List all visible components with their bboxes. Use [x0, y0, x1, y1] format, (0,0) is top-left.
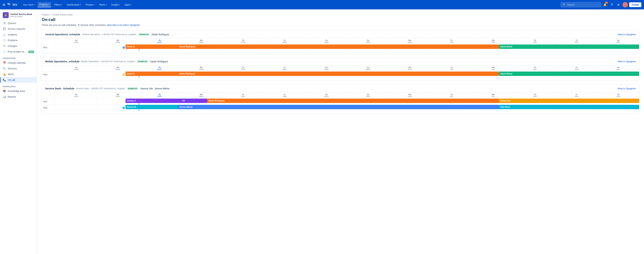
project-header[interactable]: ⚡ Central Service Desk Service project: [0, 10, 37, 20]
sidebar-item-alerts[interactable]: 🔔 Alerts: [0, 72, 37, 77]
chevron-icon: ▾: [48, 4, 50, 6]
calendar-bar[interactable]: Olly Perez: [499, 105, 639, 109]
nav-plans[interactable]: Plans ▾: [98, 2, 108, 7]
enabled-badge: ENABLED: [137, 60, 148, 63]
jira-logo[interactable]: Jira: [7, 3, 17, 7]
view-in-opsgenie-link[interactable]: View in Opsgenie: [618, 87, 636, 90]
calendar-bar[interactable]: Darrel Rossi: [499, 44, 639, 49]
schedule-card-mobile-ops: Mobile Operations_scheduleMobile Operati…: [42, 58, 639, 80]
schedule-oncall-user: Serena Mehta: [154, 87, 170, 90]
view-in-opsgenie-link[interactable]: View in Opsgenie: [618, 60, 636, 63]
calendar-col-9: Tu1/02: [430, 92, 472, 98]
sidebar-item-incidents[interactable]: △ Incidents: [0, 32, 37, 38]
opsgenie-link[interactable]: view who is on-call in Opsgenie: [107, 24, 140, 26]
calendar-bar[interactable]: SV: [181, 98, 207, 103]
nav-apps[interactable]: Apps ▾: [123, 2, 133, 7]
row-label: Rot2: [42, 105, 55, 111]
view-in-opsgenie-link[interactable]: View in Opsgenie: [618, 33, 636, 36]
bar-dot-marker: C: [122, 46, 125, 49]
schedules-container: Central Operations_scheduleCentral Opera…: [42, 30, 639, 114]
schedule-name: Central Operations_schedule: [45, 33, 80, 36]
sidebar-label-service-requests: Service requests: [8, 28, 25, 30]
schedule-name: Service Desk - Schedule: [45, 87, 74, 90]
row-label: Rot1: [42, 72, 55, 78]
calendar-col-4: Th27/01: [222, 65, 264, 72]
calendar-col-13: Sa5/02: [598, 92, 639, 98]
calendar-col-7: Su30/01: [347, 65, 389, 72]
chevron-icon: ▾: [106, 4, 106, 6]
nav-your-work[interactable]: Your work ▾: [21, 2, 36, 7]
calendar-col-13: Sa5/02: [598, 38, 639, 44]
calendar-col-7: Su30/01: [347, 38, 389, 44]
calendar-col-2: Tu25/01: [139, 38, 180, 44]
breadcrumb-projects[interactable]: Projects: [42, 14, 50, 16]
calendar-col-2: Tu25/01: [139, 92, 180, 98]
main-content: Projects / Central Service Desk On-call …: [37, 10, 644, 254]
knowledge-section-label: KNOWLEDGE: [0, 83, 37, 88]
on-call-icon: 📞: [3, 78, 6, 82]
chevron-icon: ▾: [119, 4, 120, 6]
bar-dot-marker: O: [122, 107, 125, 109]
calendar-col-5: Fr28/01: [264, 92, 306, 98]
enabled-badge: ENABLED: [138, 33, 150, 36]
sidebar-label-services: Services: [8, 67, 17, 70]
sidebar-item-on-call[interactable]: 📞 On-call: [0, 77, 37, 83]
calendar-bar[interactable]: Sammy V.: [126, 98, 184, 103]
sidebar-item-services[interactable]: 🔧 Services: [0, 66, 37, 72]
notifications-button[interactable]: 🔔 9+: [602, 2, 608, 8]
sidebar-item-post-incident[interactable]: 📄 Post-incident re... NEW: [0, 49, 37, 54]
nav-dashboards[interactable]: Dashboards ▾: [65, 2, 83, 7]
nav-projects[interactable]: Projects ▾: [38, 2, 51, 7]
calendar-col-11: Th3/02: [514, 65, 556, 72]
sidebar-label-alerts: Alerts: [8, 73, 14, 76]
schedule-meta: Central Operations · (-08:00) PST Americ…: [82, 33, 136, 36]
calendar-col-12: Fr4/02: [556, 65, 598, 72]
calendar-col-10: We2/02: [472, 92, 514, 98]
page-title: On-call: [42, 17, 639, 22]
calendar-col-3: We26/01: [180, 92, 222, 98]
calendar-bar[interactable]: Dante Rodriguez: [178, 44, 499, 49]
service-requests-icon: 💬: [3, 28, 6, 30]
calendar-col-1: Mo24/01: [97, 38, 139, 44]
calendar-bar[interactable]: Dante Rodriguez: [207, 98, 499, 103]
sidebar-item-changes[interactable]: ↻ Changes: [0, 43, 37, 49]
sidebar-item-problems[interactable]: ⬡ Problems: [0, 38, 37, 43]
user-avatar[interactable]: [622, 2, 628, 8]
calendar-col-2: Tu25/01: [139, 65, 180, 72]
nav-people[interactable]: People ▾: [84, 2, 96, 7]
sidebar-label-change-calendar: Change calendar: [8, 62, 26, 64]
breadcrumb-project[interactable]: Central Service Desk: [52, 14, 73, 16]
help-icon: ?: [611, 3, 613, 6]
calendar-header: Su23/01Mo24/01Tu25/01We26/01Th27/01Fr28/…: [42, 65, 639, 72]
calendar-bar[interactable]: Darrel Rossi: [499, 72, 639, 76]
settings-button[interactable]: ⚙: [616, 2, 621, 8]
calendar-bar[interactable]: Serena Mehta: [178, 105, 499, 109]
incidents-icon: △: [3, 33, 6, 36]
calendar-col-0: Su23/01: [55, 65, 97, 72]
sidebar-item-change-calendar[interactable]: 📅 Change calendar: [0, 60, 37, 66]
calendar-col-12: Fr4/02: [556, 38, 598, 44]
grid-icon[interactable]: ⊞: [3, 3, 5, 6]
schedule-name: Mobile Operations_schedule: [45, 60, 80, 63]
sidebar-item-queues[interactable]: ☰ Queues: [0, 20, 37, 26]
schedule-header-mobile-ops: Mobile Operations_scheduleMobile Operati…: [42, 58, 639, 65]
nav-insight[interactable]: Insight ▾: [110, 2, 121, 7]
project-type: Service project: [10, 16, 32, 18]
services-icon: 🔧: [3, 67, 6, 70]
calendar-bar[interactable]: Dante Rodriguez: [178, 72, 499, 76]
new-badge: NEW: [28, 50, 34, 53]
calendar-bar[interactable]: Darla Cote: [499, 98, 639, 103]
sidebar-item-service-requests[interactable]: 💬 Service requests: [0, 26, 37, 32]
search-box[interactable]: 🔍 Search: [561, 2, 601, 7]
nav-filters[interactable]: Filters ▾: [52, 2, 64, 7]
sidebar-label-changes: Changes: [8, 45, 17, 47]
sidebar-label-on-call: On-call: [8, 78, 15, 81]
sidebar-item-reports[interactable]: 📊 Reports: [0, 94, 37, 100]
create-button[interactable]: Create: [629, 2, 641, 7]
sidebar-item-knowledge-base[interactable]: 📚 Knowledge base: [0, 88, 37, 94]
notification-badge: 9+: [605, 2, 608, 4]
schedule-header-service-desk: Service Desk - ScheduleService Desk · (-…: [42, 85, 639, 92]
help-button[interactable]: ?: [609, 2, 614, 8]
calendar-col-13: Sa5/02: [598, 65, 639, 72]
bar-dot-marker: D: [122, 74, 125, 76]
